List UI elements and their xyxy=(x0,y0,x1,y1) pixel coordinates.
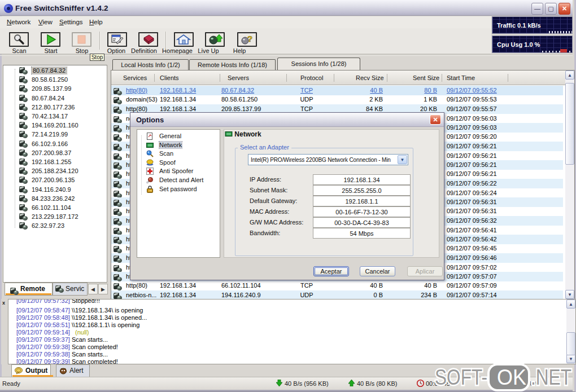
svg-text:.NET: .NET xyxy=(531,365,571,389)
svg-text:SOFT-: SOFT- xyxy=(435,365,487,389)
svg-text:?: ? xyxy=(247,34,252,43)
svg-text:OK: OK xyxy=(497,365,526,389)
